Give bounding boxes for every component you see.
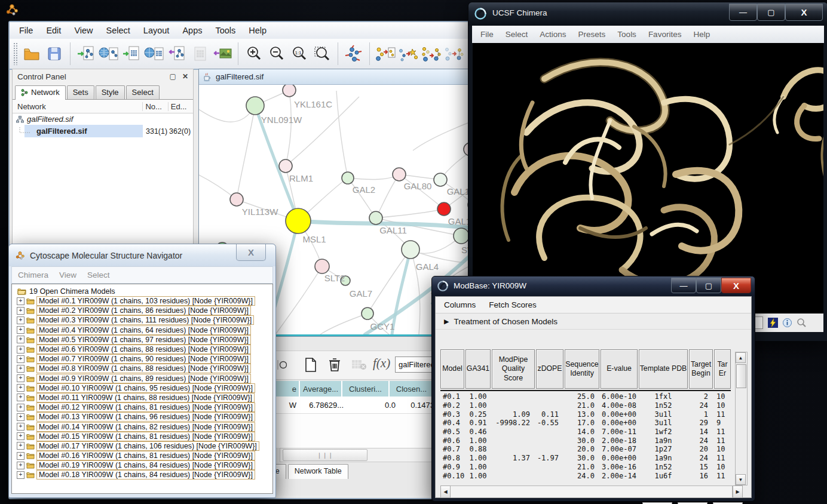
chimera-menu-help[interactable]: Help [693,30,710,39]
expand-plus-icon[interactable]: + [17,452,24,460]
column-closeness[interactable]: Closen... [390,381,433,397]
zoom-in-button[interactable] [243,42,265,66]
model-item-label[interactable]: Model #0.10 YIR009W (1 chains, 95 residu… [36,383,255,393]
tab-select[interactable]: Select [126,85,160,99]
cy-menu-file[interactable]: File [19,26,33,35]
network-node[interactable] [402,241,419,259]
network-edge[interactable] [336,91,348,178]
scroll-down-arrow[interactable]: ▼ [736,474,746,485]
scrollbar-track[interactable] [451,485,733,498]
chimera-menu-file[interactable]: File [480,30,494,39]
import-table-file-button[interactable] [120,42,143,66]
close-button[interactable]: X [236,244,266,261]
function-builder-button[interactable]: f(x) [373,356,390,371]
model-item-label[interactable]: Model #0.14 YIR009W (1 chains, 82 residu… [36,422,255,432]
apply-layout-button[interactable] [342,42,365,66]
network-node[interactable] [279,159,292,173]
scrollbar-thumb[interactable]: ❘❘❘ [283,449,367,461]
modbase-column-header[interactable]: E-value [601,349,638,389]
network-collection-row[interactable]: galFiltered.sif [13,113,193,125]
toolbar-grip[interactable] [13,42,18,65]
network-row[interactable]: galFiltered.sif 331(1) 362(0) [13,125,193,137]
model-item-label[interactable]: Model #0.7 YIR009W (1 chains, 90 residue… [36,354,251,364]
scroll-right-arrow[interactable]: ▶ [733,485,743,498]
new-column-icon[interactable] [304,357,318,373]
nav-menu-select[interactable]: Select [87,271,110,279]
network-edge[interactable] [237,106,255,199]
modbase-table-row[interactable]: #0.70.8820.07.00e-071p272010 [440,445,731,454]
network-node[interactable] [246,97,264,115]
float-panel-icon[interactable]: ▢ [170,72,176,81]
network-node[interactable] [342,172,354,184]
expand-plus-icon[interactable]: + [17,394,24,401]
network-edge[interactable] [376,174,399,218]
column-nodes[interactable]: No... [143,102,168,111]
expand-plus-icon[interactable]: + [17,384,24,392]
column-average[interactable]: Average... [300,381,341,397]
task-lightning-icon[interactable] [768,318,778,328]
search-icon[interactable] [797,318,807,328]
modbase-table-row[interactable]: #0.50.4614.07.00e-111wf21411 [440,428,731,437]
chimera-menu-select[interactable]: Select [506,30,528,39]
column-network[interactable]: Network [13,102,143,111]
cy-menu-layout[interactable]: Layout [143,26,170,35]
model-item-label[interactable]: Model #0.2 YIR009W (1 chains, 86 residue… [36,306,251,315]
protein-3d-viewport[interactable] [473,43,823,314]
model-item-label[interactable]: Model #0.19 YIR009W (1 chains, 84 residu… [36,460,255,470]
modbase-column-header[interactable]: Template PDB [639,349,688,389]
expand-plus-icon[interactable]: + [17,307,24,315]
network-node[interactable] [393,168,406,181]
expand-plus-icon[interactable]: + [17,336,24,343]
modbase-column-header[interactable]: Model [440,349,464,389]
tab-network[interactable]: Network [15,85,66,100]
modbase-table-row[interactable]: #0.101.0024.02.00e-141u6f1611 [440,471,731,480]
expand-plus-icon[interactable]: + [17,442,24,450]
nav-menu-chimera[interactable]: Chimera [18,271,48,279]
expand-plus-icon[interactable]: + [17,374,24,382]
close-button[interactable]: X [721,278,751,293]
navigator-titlebar[interactable]: Cytoscape Molecular Structure Navigator … [9,244,275,266]
model-item-label[interactable]: Model #0.1 YIR009W (1 chains, 103 residu… [36,296,255,306]
vertical-scrollbar[interactable]: ▲ ▼ [735,352,748,485]
export-image-button[interactable] [211,42,234,66]
clone-network-button[interactable] [442,42,465,66]
network-edge[interactable] [348,174,399,179]
info-icon[interactable] [783,318,792,327]
expand-plus-icon[interactable]: + [17,471,24,479]
scroll-up-arrow[interactable]: ▲ [736,352,746,363]
import-table-url-button[interactable] [143,42,166,66]
model-item-label[interactable]: Model #0.3 YIR009W (1 chains, 111 residu… [36,315,254,325]
cy-menu-select[interactable]: Select [106,26,130,35]
new-network-from-selection-button[interactable] [419,42,442,66]
expand-plus-icon[interactable]: + [17,346,24,354]
model-item-label[interactable]: Model #0.16 YIR009W (1 chains, 81 residu… [36,451,255,460]
import-network-url-button[interactable] [97,42,120,66]
modbase-column-header[interactable]: zDOPE [536,349,563,389]
mb-menu-columns[interactable]: Columns [444,300,476,309]
zoom-out-button[interactable] [265,42,288,66]
expand-plus-icon[interactable]: + [17,413,24,421]
chimera-menu-favorites[interactable]: Favorites [648,30,682,39]
save-session-button[interactable] [43,42,66,66]
modbase-table-row[interactable]: #0.61.0030.02.00e-181a9n2411 [440,436,731,445]
network-edge[interactable] [376,209,444,218]
model-item-label[interactable]: Model #0.5 YIR009W (1 chains, 97 residue… [36,335,251,345]
close-panel-icon[interactable]: ✕ [182,72,188,81]
chimera-menu-tools[interactable]: Tools [617,30,636,39]
modbase-column-header[interactable]: Target Begin [689,349,713,389]
modbase-column-header[interactable]: ModPipe Quality Score [492,349,535,389]
nav-menu-view[interactable]: View [59,271,76,279]
chimera-menu-presets[interactable]: Presets [578,30,606,39]
network-node[interactable] [362,308,373,319]
network-edge[interactable] [286,90,291,166]
tree-root-row[interactable]: 19 Open Chimera Models [14,286,272,296]
expand-plus-icon[interactable]: + [17,462,24,469]
model-item-label[interactable]: Model #0.18 YIR009W (1 chains, 84 residu… [36,470,255,480]
hide-selected-button[interactable] [374,42,397,66]
maximize-button[interactable]: ▢ [696,278,721,293]
modbase-table-row[interactable]: #0.91.0021.03.00e-161n521510 [440,463,731,472]
modbase-column-header[interactable]: Sequence Identity [565,349,599,389]
open-file-button[interactable] [20,42,43,66]
scrollbar-thumb[interactable] [736,364,746,388]
model-item-label[interactable]: Model #0.8 YIR009W (1 chains, 88 residue… [36,364,251,373]
